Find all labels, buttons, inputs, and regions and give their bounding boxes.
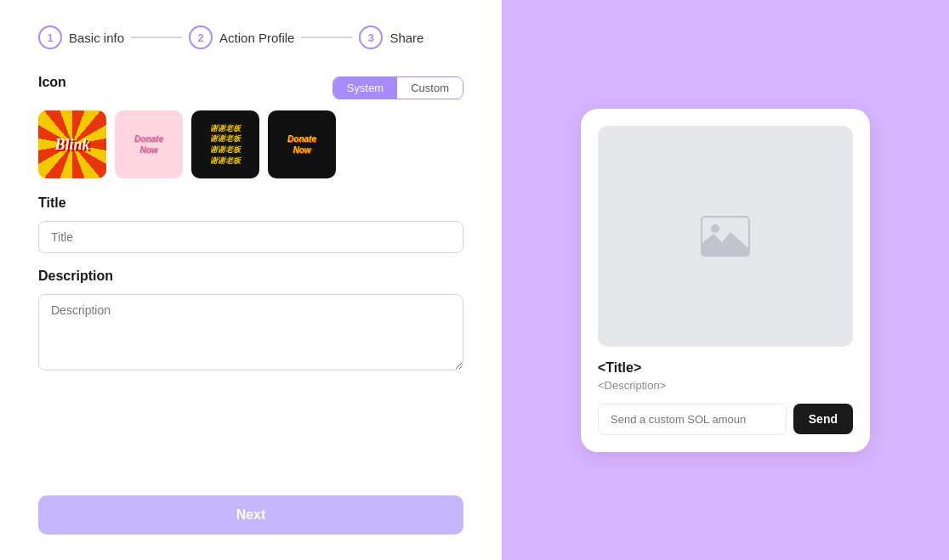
icon-section-label: Icon	[38, 75, 66, 90]
step-2: 2 Action Profile	[189, 25, 294, 49]
image-placeholder-icon	[700, 215, 751, 257]
right-panel: <Title> <Description> Send	[502, 0, 949, 560]
preview-title: <Title>	[598, 360, 853, 376]
stepper: 1 Basic info 2 Action Profile 3 Share	[38, 25, 463, 49]
preview-send-button[interactable]: Send	[793, 404, 853, 434]
step-1-circle: 1	[38, 25, 62, 49]
icon-option-chinese-dark[interactable]: 谢谢老板谢谢老板谢谢老板谢谢老板	[191, 110, 259, 178]
preview-input-row: Send	[598, 404, 853, 435]
description-section: Description	[38, 269, 463, 374]
icon-grid: Blink DonateNow 谢谢老板谢谢老板谢谢老板谢谢老板 DonateN…	[38, 110, 463, 178]
description-input[interactable]	[38, 294, 463, 371]
icon-option-donate-black[interactable]: DonateNow	[268, 110, 336, 178]
step-3-circle: 3	[359, 25, 383, 49]
step-3-label: Share	[389, 31, 423, 45]
preview-card: <Title> <Description> Send	[581, 109, 870, 452]
preview-image-area	[598, 126, 853, 347]
icon-header: Icon System Custom	[38, 75, 463, 100]
next-button[interactable]: Next	[38, 495, 463, 535]
custom-toggle-button[interactable]: Custom	[397, 77, 463, 99]
svg-point-1	[711, 224, 719, 233]
step-2-label: Action Profile	[219, 31, 294, 45]
left-panel: 1 Basic info 2 Action Profile 3 Share Ic…	[0, 0, 502, 560]
title-input[interactable]	[38, 221, 463, 253]
icon-toggle-group: System Custom	[332, 76, 463, 99]
title-section: Title	[38, 195, 463, 253]
step-1: 1 Basic info	[38, 25, 124, 49]
description-label: Description	[38, 269, 463, 284]
step-2-circle: 2	[189, 25, 213, 49]
step-3: 3 Share	[359, 25, 423, 49]
icon-option-blink[interactable]: Blink	[38, 110, 106, 178]
icon-option-donate-pink[interactable]: DonateNow	[115, 110, 183, 178]
preview-description: <Description>	[598, 379, 853, 392]
system-toggle-button[interactable]: System	[333, 77, 397, 99]
step-line-1	[131, 37, 182, 38]
step-line-2	[301, 37, 352, 38]
icon-section: Icon System Custom Blink DonateNow 谢谢老板谢…	[38, 75, 463, 178]
preview-sol-input[interactable]	[598, 404, 787, 435]
title-label: Title	[38, 195, 463, 211]
step-1-label: Basic info	[69, 31, 124, 45]
